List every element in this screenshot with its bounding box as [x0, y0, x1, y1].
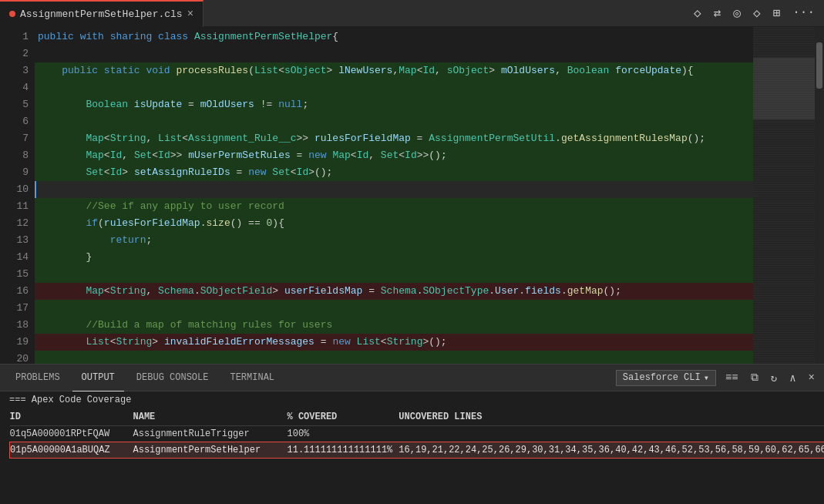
code-line-19: List<String> invalidFieldErrorMessages =… [35, 334, 753, 351]
row2-pct: 11.111111111111111% [288, 442, 399, 459]
bookmark-icon[interactable]: ◇ [753, 5, 761, 21]
code-line-4 [35, 79, 753, 96]
code-line-3: public static void processRules(List<sOb… [35, 62, 753, 79]
row2-name: AssignmentPermSetHelper [133, 442, 288, 459]
code-line-8: Map<Id, Set<Id>> mUserPermSetRules = new… [35, 147, 753, 164]
tab-debug[interactable]: DEBUG CONSOLE [127, 365, 218, 391]
code-line-16: Map<String, Schema.SObjectField> userFie… [35, 283, 753, 300]
coverage-header: === Apex Code Coverage [9, 395, 815, 405]
close-icon[interactable]: × [187, 8, 193, 20]
tab-filename: AssignmentPermSetHelper.cls [20, 8, 183, 20]
col-name: NAME [133, 410, 288, 426]
ln-1: 1 [0, 29, 29, 45]
clear-output-icon[interactable]: ≡≡ [722, 370, 742, 385]
row2-uncovered: 16,19,21,22,24,25,26,29,30,31,34,35,36,4… [399, 442, 824, 459]
ln-11: 11 [0, 198, 29, 215]
copy-icon[interactable]: ⧉ [748, 370, 762, 385]
code-line-9: Set<Id> setAssignRuleIDs = new Set<Id>()… [35, 164, 753, 181]
panel-content: === Apex Code Coverage ID NAME % COVERED… [0, 391, 824, 504]
panel-source-dropdown[interactable]: Salesforce CLI ▾ [616, 370, 716, 386]
editor-tab[interactable]: AssignmentPermSetHelper.cls × [0, 0, 203, 27]
panel-dropdown-label: Salesforce CLI [623, 372, 701, 383]
ln-5: 5 [0, 96, 29, 113]
minimap-highlight [753, 58, 815, 119]
refresh-icon[interactable]: ↻ [768, 370, 780, 386]
code-line-7: Map<String, List<Assignment_Rule__c>> ru… [35, 130, 753, 147]
ln-7: 7 [0, 130, 29, 147]
tab-bar: AssignmentPermSetHelper.cls × ◇ ⇄ ◎ ◇ ⊞ … [0, 0, 824, 27]
ln-10: 10 [0, 181, 29, 198]
code-line-18: //Build a map of matching rules for user… [35, 317, 753, 334]
diff-icon[interactable]: ⇄ [714, 5, 721, 21]
table-row-highlighted: 01p5A00000A1aBUQAZ AssignmentPermSetHelp… [10, 442, 825, 459]
code-line-12: if(rulesForFieldMap.size() == 0){ [35, 215, 753, 232]
panel-tab-actions: Salesforce CLI ▾ ≡≡ ⧉ ↻ ∧ × [616, 370, 818, 386]
code-line-17 [35, 300, 753, 317]
code-content[interactable]: public with sharing class AssignmentPerm… [35, 27, 753, 364]
toolbar-actions: ◇ ⇄ ◎ ◇ ⊞ ··· [694, 5, 824, 21]
col-id: ID [10, 410, 133, 426]
row1-uncovered [399, 426, 824, 442]
find-icon[interactable]: ◎ [733, 5, 741, 21]
ln-14: 14 [0, 249, 29, 266]
code-line-6 [35, 113, 753, 130]
ln-12: 12 [0, 215, 29, 232]
ln-17: 17 [0, 300, 29, 317]
tab-terminal[interactable]: TERMINAL [220, 365, 284, 391]
tab-problems[interactable]: PROBLEMS [6, 365, 69, 391]
editor-area: 1 2 3 4 5 6 7 8 9 10 11 12 13 14 15 16 1… [0, 27, 824, 364]
panel-tab-bar: PROBLEMS OUTPUT DEBUG CONSOLE TERMINAL S… [0, 365, 824, 391]
ln-4: 4 [0, 79, 29, 96]
row2-id: 01p5A00000A1aBUQAZ [10, 442, 133, 459]
ln-3: 3 [0, 62, 29, 79]
ln-15: 15 [0, 266, 29, 283]
col-pct: % COVERED [288, 410, 399, 426]
branch-icon[interactable]: ◇ [694, 5, 701, 21]
code-line-11: //See if any apply to user record [35, 198, 753, 215]
ln-16: 16 [0, 283, 29, 300]
code-line-1: public with sharing class AssignmentPerm… [35, 29, 753, 45]
more-icon[interactable]: ··· [792, 5, 815, 21]
col-uncovered: UNCOVERED LINES [399, 410, 824, 426]
code-line-15 [35, 266, 753, 283]
tab-problems-label: PROBLEMS [15, 372, 60, 383]
coverage-table-header-row: ID NAME % COVERED UNCOVERED LINES [10, 410, 825, 426]
code-line-5: Boolean isUpdate = mOldUsers != null; [35, 96, 753, 113]
code-line-20 [35, 351, 753, 364]
tab-modified-dot [9, 11, 15, 17]
ln-19: 19 [0, 334, 29, 351]
chevron-down-icon: ▾ [704, 372, 709, 384]
tab-output-label: OUTPUT [82, 372, 115, 383]
line-numbers: 1 2 3 4 5 6 7 8 9 10 11 12 13 14 15 16 1… [0, 27, 35, 364]
minimap [753, 27, 815, 364]
tab-terminal-label: TERMINAL [230, 372, 274, 383]
ln-18: 18 [0, 317, 29, 334]
scrollbar-thumb[interactable] [816, 42, 822, 89]
tab-output[interactable]: OUTPUT [72, 365, 124, 391]
coverage-table: ID NAME % COVERED UNCOVERED LINES 01q5A0… [9, 410, 824, 459]
split-icon[interactable]: ⊞ [773, 5, 781, 21]
row1-pct: 100% [288, 426, 399, 442]
tab-debug-label: DEBUG CONSOLE [136, 372, 209, 383]
ln-9: 9 [0, 164, 29, 181]
row1-id: 01q5A000001RPtFQAW [10, 426, 133, 442]
close-panel-icon[interactable]: × [806, 370, 818, 385]
table-row: 01q5A000001RPtFQAW AssignmentRuleTrigger… [10, 426, 825, 442]
code-line-10 [35, 181, 753, 198]
code-line-2 [35, 45, 753, 62]
ln-8: 8 [0, 147, 29, 164]
code-line-13: return; [35, 232, 753, 249]
collapse-panel-icon[interactable]: ∧ [786, 370, 799, 386]
ln-20: 20 [0, 351, 29, 364]
ln-2: 2 [0, 45, 29, 62]
ln-13: 13 [0, 232, 29, 249]
panel: PROBLEMS OUTPUT DEBUG CONSOLE TERMINAL S… [0, 364, 824, 504]
ln-6: 6 [0, 113, 29, 130]
code-line-14: } [35, 249, 753, 266]
vertical-scrollbar[interactable] [815, 27, 824, 364]
row1-name: AssignmentRuleTrigger [133, 426, 288, 442]
